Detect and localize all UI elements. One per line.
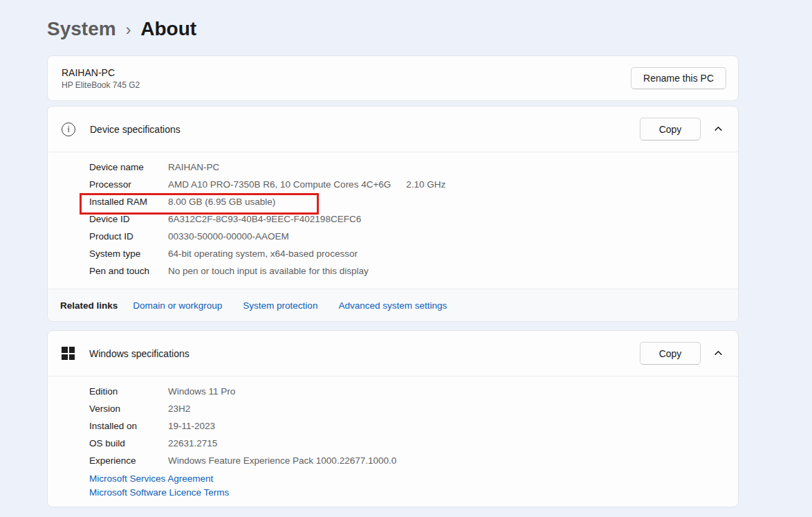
spec-value: 19-11-2023 [168, 421, 215, 431]
pc-info: RAIHAN-PC HP EliteBook 745 G2 [62, 67, 631, 90]
chevron-up-icon[interactable] [714, 349, 723, 358]
spec-row: Edition Windows 11 Pro [48, 383, 738, 400]
spec-label: Processor [89, 179, 168, 190]
microsoft-legal-link[interactable]: Microsoft Services Agreement [89, 473, 738, 484]
spec-label: Device ID [89, 214, 168, 224]
spec-row: Processor AMD A10 PRO-7350B R6, 10 Compu… [48, 176, 738, 193]
device-specifications-title: Device specifications [90, 124, 181, 135]
spec-row: Device name RAIHAN-PC [48, 158, 738, 176]
spec-value: 23H2 [168, 403, 190, 414]
spec-value: Windows Feature Experience Pack 1000.226… [168, 455, 396, 466]
spec-label: Product ID [89, 231, 168, 242]
spec-value: 00330-50000-00000-AAOEM [168, 231, 289, 242]
spec-label: System type [89, 248, 168, 259]
related-link[interactable]: System protection [243, 300, 317, 311]
spec-row: Version 23H2 [48, 400, 738, 417]
spec-value: Windows 11 Pro [168, 386, 235, 397]
spec-row: System type 64-bit operating system, x64… [48, 245, 738, 262]
spec-value: 22631.2715 [168, 438, 217, 448]
related-links-label: Related links [60, 300, 118, 311]
pc-name-card: RAIHAN-PC HP EliteBook 745 G2 Rename thi… [47, 55, 739, 101]
spec-row: Device ID 6A312C2F-8C93-40B4-9EEC-F40219… [48, 210, 738, 228]
windows-specifications-content: Edition Windows 11 Pro Version 23H2 Inst… [48, 376, 738, 507]
pc-name: RAIHAN-PC [62, 67, 631, 78]
spec-label: Experience [89, 455, 168, 466]
device-specifications-content: Device name RAIHAN-PC Processor AMD A10 … [48, 152, 738, 289]
breadcrumb: System › About [47, 18, 812, 40]
spec-value: RAIHAN-PC [168, 162, 219, 172]
related-link[interactable]: Domain or workgroup [133, 300, 222, 311]
spec-value-extra: 2.10 GHz [406, 179, 445, 190]
spec-label: Device name [89, 162, 168, 172]
spec-label: OS build [89, 438, 168, 448]
spec-value: 8.00 GB (6.95 GB usable) [168, 197, 275, 207]
settings-about-page: System › About RAIHAN-PC HP EliteBook 74… [0, 0, 812, 507]
spec-label: Pen and touch [89, 266, 168, 276]
breadcrumb-chevron-icon: › [126, 19, 131, 39]
microsoft-legal-link[interactable]: Microsoft Software Licence Terms [89, 487, 738, 498]
copy-windows-specs-button[interactable]: Copy [640, 342, 701, 365]
spec-value: No pen or touch input is available for t… [168, 266, 369, 276]
spec-row: Product ID 00330-50000-00000-AAOEM [48, 228, 738, 245]
windows-logo-icon [62, 347, 75, 360]
pc-model: HP EliteBook 745 G2 [62, 80, 631, 90]
chevron-up-icon[interactable] [714, 125, 723, 134]
page-title: About [140, 18, 196, 40]
windows-specifications-header[interactable]: Windows specifications Copy [48, 331, 738, 376]
spec-label: Installed on [89, 421, 168, 431]
breadcrumb-system[interactable]: System [47, 18, 116, 40]
device-specifications-header[interactable]: i Device specifications Copy [48, 107, 738, 152]
copy-device-specs-button[interactable]: Copy [640, 118, 701, 140]
spec-row: Experience Windows Feature Experience Pa… [48, 452, 738, 469]
spec-row: Installed RAM 8.00 GB (6.95 GB usable) [48, 193, 738, 210]
device-specifications-card: i Device specifications Copy Device name… [47, 106, 739, 322]
spec-row: Pen and touch No pen or touch input is a… [48, 262, 738, 280]
spec-value: 6A312C2F-8C93-40B4-9EEC-F402198CEFC6 [168, 214, 361, 224]
spec-label: Installed RAM [89, 197, 168, 207]
spec-value: AMD A10 PRO-7350B R6, 10 Compute Cores 4… [168, 179, 391, 190]
info-icon: i [62, 123, 75, 136]
related-links-row: Related links Domain or workgroupSystem … [48, 289, 738, 321]
windows-specifications-card: Windows specifications Copy Edition Wind… [47, 330, 739, 507]
rename-pc-button[interactable]: Rename this PC [631, 67, 726, 89]
related-link[interactable]: Advanced system settings [338, 300, 447, 311]
spec-value: 64-bit operating system, x64-based proce… [168, 248, 358, 259]
windows-specifications-title: Windows specifications [89, 348, 190, 359]
spec-row: OS build 22631.2715 [48, 435, 738, 452]
spec-label: Version [89, 403, 168, 414]
spec-label: Edition [89, 386, 168, 397]
spec-row: Installed on 19-11-2023 [48, 417, 738, 435]
